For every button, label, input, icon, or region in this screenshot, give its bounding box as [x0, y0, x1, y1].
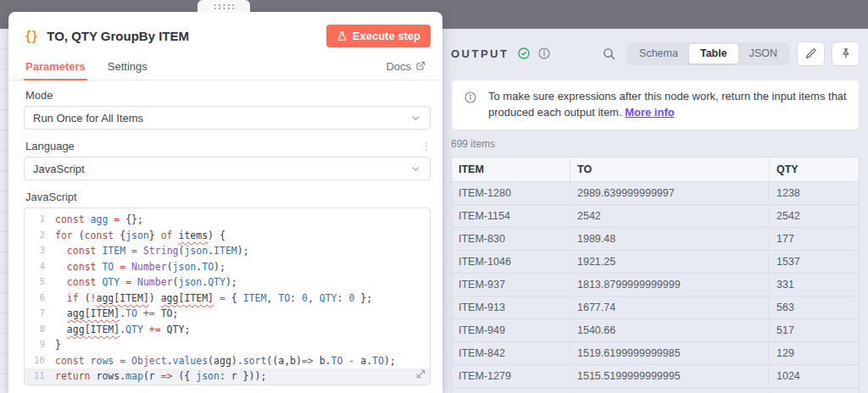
table-row[interactable]: ITEM-9371813.8799999999999331 [452, 273, 860, 296]
code-line-8[interactable]: 8 agg[ITEM].QTY += QTY; [25, 322, 430, 338]
callout-text-block: To make sure expressions after this node… [488, 89, 847, 121]
line-number: 11 [25, 368, 55, 385]
table-cell: ITEM-949 [452, 318, 570, 341]
view-schema[interactable]: Schema [628, 44, 689, 64]
output-header: OUTPUT SchemaTableJSON [451, 41, 860, 66]
code-text: const ITEM = String(json.ITEM); [55, 243, 249, 259]
node-title: TO, QTY GroupBy ITEM [47, 29, 326, 43]
table-row[interactable]: ITEM-12802989.6399999999971238 [452, 181, 860, 204]
output-callout: To make sure expressions after this node… [451, 80, 860, 130]
code-line-4[interactable]: 4 const TO = Number(json.TO); [25, 259, 430, 275]
table-row[interactable]: ITEM-102712291229 [452, 387, 860, 393]
view-json[interactable]: JSON [738, 44, 788, 64]
items-count: 699 items [451, 138, 860, 150]
table-cell: 177 [770, 227, 860, 250]
table-cell: ITEM-1046 [452, 250, 570, 273]
line-number: 3 [25, 243, 55, 259]
docs-link[interactable]: Docs [386, 60, 426, 73]
table-cell: 1519.6199999999985 [570, 341, 770, 364]
code-field-label: JavaScript [25, 191, 431, 203]
code-line-7[interactable]: 7 agg[ITEM].TO += TO; [25, 306, 430, 322]
language-label-row: Language [25, 140, 431, 152]
line-number: 7 [25, 306, 55, 322]
execute-step-button[interactable]: Execute step [326, 25, 431, 47]
table-cell: ITEM-842 [452, 341, 570, 364]
output-info-icon[interactable] [537, 47, 551, 60]
table-cell: 2542 [770, 204, 860, 227]
code-text: agg[ITEM].TO += TO; [55, 306, 178, 322]
pin-data-button[interactable] [832, 42, 860, 66]
line-number: 9 [25, 337, 55, 353]
table-cell: 1813.8799999999999 [570, 273, 770, 296]
table-cell: 129 [770, 341, 860, 364]
table-row[interactable]: ITEM-8301989.48177 [452, 227, 860, 250]
node-settings-panel: {} TO, QTY GroupBy ITEM Execute step Par… [8, 12, 442, 393]
tab-parameters[interactable]: Parameters [25, 53, 86, 80]
editor-expand-icon[interactable] [416, 369, 426, 381]
search-icon[interactable] [602, 47, 616, 61]
more-info-link[interactable]: More info [625, 106, 675, 119]
language-options-icon[interactable] [422, 141, 431, 152]
table-cell: 517 [770, 318, 860, 341]
code-editor[interactable]: 1const agg = {};2for (const {json} of it… [24, 208, 431, 385]
line-number: 6 [25, 291, 55, 307]
output-title: OUTPUT [451, 47, 509, 60]
code-line-2[interactable]: 2for (const {json} of items) { [25, 228, 430, 244]
node-header: {} TO, QTY GroupBy ITEM Execute step [8, 12, 442, 47]
table-cell: 1229 [570, 387, 770, 393]
table-cell: 2542 [570, 204, 770, 227]
code-text: const QTY = Number(json.QTY); [55, 274, 237, 291]
code-line-3[interactable]: 3 const ITEM = String(json.ITEM); [25, 243, 430, 259]
table-cell: 1238 [770, 181, 860, 204]
line-number: 5 [25, 274, 55, 291]
output-panel: OUTPUT SchemaTableJSON To make sure exp [442, 29, 868, 393]
line-number: 4 [25, 259, 55, 275]
table-cell: ITEM-937 [452, 273, 570, 296]
table-row[interactable]: ITEM-115425422542 [452, 204, 860, 227]
table-cell: ITEM-1154 [452, 204, 570, 227]
code-node-icon: {} [25, 28, 38, 45]
code-line-9[interactable]: 9} [25, 337, 430, 353]
mode-select[interactable]: Run Once for All Items [24, 106, 431, 130]
table-row[interactable]: ITEM-8421519.6199999999985129 [452, 341, 860, 364]
table-cell: 1024 [770, 364, 860, 387]
table-cell: 1229 [770, 387, 860, 393]
output-table: ITEMTOQTY ITEM-12802989.6399999999971238… [451, 157, 860, 393]
column-header-item: ITEM [452, 157, 570, 181]
code-line-6[interactable]: 6 if (!agg[ITEM]) agg[ITEM] = { ITEM, TO… [25, 291, 430, 307]
code-line-11[interactable]: 11return rows.map(r => ({ json: r })); [25, 368, 430, 385]
mode-label: Mode [25, 89, 431, 102]
line-number: 8 [25, 322, 55, 338]
table-row[interactable]: ITEM-12791515.51999999999951024 [452, 364, 860, 387]
code-line-10[interactable]: 10const rows = Object.values(agg).sort((… [25, 353, 430, 369]
table-row[interactable]: ITEM-9131677.74563 [452, 296, 860, 318]
table-cell: 2989.639999999997 [570, 181, 770, 204]
callout-info-icon [464, 89, 477, 121]
drag-dots-icon [213, 3, 236, 9]
line-number: 10 [25, 353, 55, 369]
table-cell: 563 [770, 296, 860, 318]
table-cell: ITEM-913 [452, 296, 570, 318]
view-table[interactable]: Table [689, 44, 738, 64]
chevron-down-icon [410, 113, 421, 124]
code-line-5[interactable]: 5 const QTY = Number(json.QTY); [25, 274, 430, 291]
code-lines: 1const agg = {};2for (const {json} of it… [25, 212, 430, 385]
table-cell: 331 [770, 273, 860, 296]
language-label: Language [25, 140, 75, 152]
table-cell: ITEM-830 [452, 227, 570, 250]
panel-drag-handle[interactable] [198, 0, 250, 13]
table-row[interactable]: ITEM-10461921.251537 [452, 250, 860, 273]
code-line-1[interactable]: 1const agg = {}; [25, 212, 430, 228]
edit-output-button[interactable] [797, 42, 825, 66]
table-row[interactable]: ITEM-9491540.66517 [452, 318, 860, 341]
language-select[interactable]: JavaScript [24, 157, 431, 180]
code-text: if (!agg[ITEM]) agg[ITEM] = { ITEM, TO: … [55, 291, 372, 307]
success-check-icon [517, 47, 531, 60]
column-header-to: TO [570, 157, 770, 181]
table-cell: 1677.74 [570, 296, 770, 318]
tab-settings[interactable]: Settings [108, 53, 147, 80]
code-text: const agg = {}; [55, 212, 143, 228]
table-cell: 1537 [770, 250, 860, 273]
input-panel-edge [0, 29, 8, 393]
table-cell: 1921.25 [570, 250, 770, 273]
